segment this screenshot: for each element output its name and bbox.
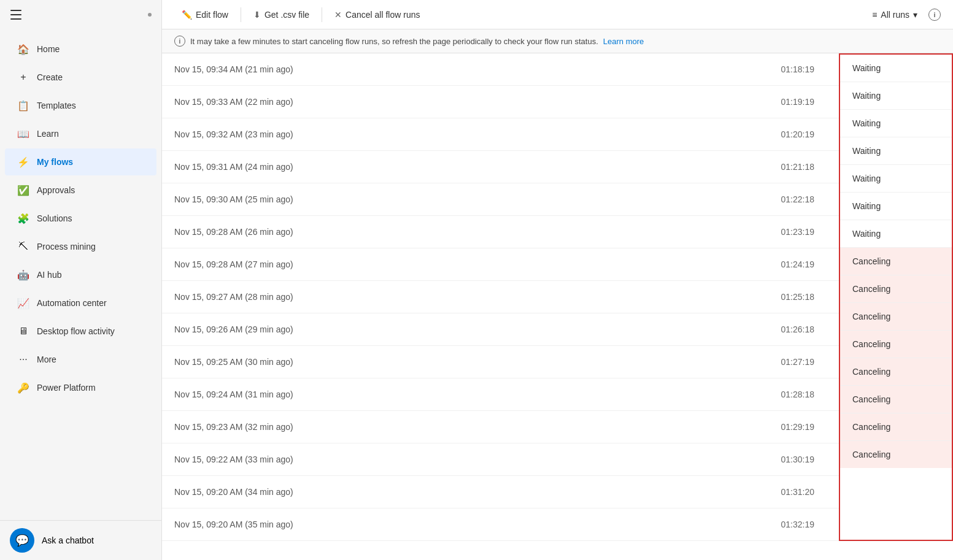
sidebar-item-ai-hub[interactable]: 🤖 AI hub [5, 261, 156, 288]
status-cell: Canceling [840, 303, 952, 331]
table-row[interactable]: Nov 15, 09:28 AM (26 min ago)01:23:19 [162, 216, 839, 248]
sidebar-item-label-automation-center: Automation center [37, 298, 107, 308]
run-duration: 01:28:18 [616, 378, 839, 411]
table-row[interactable]: Nov 15, 09:20 AM (35 min ago)01:32:19 [162, 508, 839, 541]
table-row[interactable]: Nov 15, 09:30 AM (25 min ago)01:22:18 [162, 183, 839, 216]
sidebar-item-label-my-flows: My flows [37, 157, 73, 167]
run-date: Nov 15, 09:28 AM (26 min ago) [162, 216, 616, 248]
run-duration: 01:19:19 [616, 86, 839, 118]
run-duration: 01:32:19 [616, 508, 839, 541]
sidebar-item-label-process-mining: Process mining [37, 242, 96, 251]
learn-more-link[interactable]: Learn more [603, 37, 644, 46]
run-duration: 01:20:19 [616, 118, 839, 151]
table-row[interactable]: Nov 15, 09:28 AM (27 min ago)01:24:19 [162, 248, 839, 281]
run-date: Nov 15, 09:33 AM (22 min ago) [162, 86, 616, 118]
cancel-icon: ✕ [334, 10, 342, 20]
run-duration: 01:21:18 [616, 151, 839, 183]
table-row[interactable]: Nov 15, 09:24 AM (31 min ago)01:28:18 [162, 378, 839, 411]
run-date: Nov 15, 09:34 AM (21 min ago) [162, 53, 616, 86]
sidebar-item-approvals[interactable]: ✅ Approvals [5, 177, 156, 204]
run-duration: 01:27:19 [616, 346, 839, 378]
sidebar-item-label-ai-hub: AI hub [37, 270, 61, 280]
table-row[interactable]: Nov 15, 09:26 AM (29 min ago)01:26:18 [162, 313, 839, 346]
my-flows-icon: ⚡ [17, 156, 29, 168]
info-icon[interactable]: i [928, 9, 941, 21]
sidebar-item-solutions[interactable]: 🧩 Solutions [5, 205, 156, 232]
status-cell: Waiting [840, 110, 952, 137]
status-cell: Canceling [840, 331, 952, 358]
edit-flow-label: Edit flow [196, 10, 228, 20]
table-row[interactable]: Nov 15, 09:34 AM (21 min ago)01:18:19 [162, 53, 839, 86]
run-date: Nov 15, 09:26 AM (29 min ago) [162, 313, 616, 346]
chatbot-label: Ask a chatbot [42, 535, 94, 545]
run-date: Nov 15, 09:25 AM (30 min ago) [162, 346, 616, 378]
info-banner: i It may take a few minutes to start can… [162, 29, 953, 53]
process-mining-icon: ⛏ [17, 240, 29, 253]
run-date: Nov 15, 09:30 AM (25 min ago) [162, 183, 616, 216]
table-row[interactable]: Nov 15, 09:27 AM (28 min ago)01:25:18 [162, 281, 839, 313]
sidebar-item-create[interactable]: + Create [5, 64, 156, 91]
status-cell: Waiting [840, 220, 952, 248]
status-cell: Canceling [840, 275, 952, 303]
get-csv-button[interactable]: ⬇ Get .csv file [246, 6, 317, 23]
run-date: Nov 15, 09:27 AM (28 min ago) [162, 281, 616, 313]
create-icon: + [17, 71, 29, 83]
sidebar-item-label-home: Home [37, 44, 60, 54]
status-cell: Waiting [840, 55, 952, 82]
table-row[interactable]: Nov 15, 09:33 AM (22 min ago)01:19:19 [162, 86, 839, 118]
table-row[interactable]: Nov 15, 09:32 AM (23 min ago)01:20:19 [162, 118, 839, 151]
sidebar-item-templates[interactable]: 📋 Templates [5, 92, 156, 119]
table-row[interactable]: Nov 15, 09:25 AM (30 min ago)01:27:19 [162, 346, 839, 378]
sidebar: 🏠 Home + Create 📋 Templates 📖 Learn ⚡ My… [0, 0, 162, 560]
table-row[interactable]: Nov 15, 09:22 AM (33 min ago)01:30:19 [162, 443, 839, 476]
sidebar-item-process-mining[interactable]: ⛏ Process mining [5, 233, 156, 260]
toolbar-separator-2 [322, 7, 322, 22]
table-left: Nov 15, 09:34 AM (21 min ago)01:18:19Nov… [162, 53, 839, 541]
sidebar-item-automation-center[interactable]: 📈 Automation center [5, 290, 156, 316]
main-content: ✏️ Edit flow ⬇ Get .csv file ✕ Cancel al… [162, 0, 953, 560]
sidebar-item-label-approvals: Approvals [37, 185, 75, 195]
status-cell: Canceling [840, 386, 952, 413]
sidebar-item-power-platform[interactable]: 🔑Power Platform [5, 374, 156, 401]
table-row[interactable]: Nov 15, 09:31 AM (24 min ago)01:21:18 [162, 151, 839, 183]
run-duration: 01:26:18 [616, 313, 839, 346]
sidebar-nav: 🏠 Home + Create 📋 Templates 📖 Learn ⚡ My… [0, 29, 161, 520]
sidebar-item-label-solutions: Solutions [37, 213, 72, 223]
sidebar-header [0, 0, 161, 29]
edit-flow-button[interactable]: ✏️ Edit flow [174, 6, 236, 23]
status-cell: Waiting [840, 193, 952, 220]
desktop-flow-activity-icon: 🖥 [17, 325, 29, 337]
sidebar-item-home[interactable]: 🏠 Home [5, 36, 156, 63]
sidebar-item-my-flows[interactable]: ⚡ My flows [5, 148, 156, 175]
run-duration: 01:24:19 [616, 248, 839, 281]
status-cell: Waiting [840, 165, 952, 193]
sidebar-item-more[interactable]: ··· More [5, 346, 156, 373]
more-icon: ··· [17, 353, 29, 366]
sidebar-item-label-templates: Templates [37, 101, 76, 110]
sidebar-item-desktop-flow-activity[interactable]: 🖥 Desktop flow activity [5, 318, 156, 345]
hamburger-menu-icon[interactable] [10, 9, 22, 21]
chevron-down-icon: ▾ [913, 10, 917, 20]
all-runs-button[interactable]: ≡ All runs ▾ [866, 6, 924, 23]
solutions-icon: 🧩 [17, 212, 29, 224]
status-cell: Canceling [840, 441, 952, 468]
sidebar-item-label-learn: Learn [37, 129, 59, 139]
status-cell: Canceling [840, 413, 952, 441]
table-row[interactable]: Nov 15, 09:20 AM (34 min ago)01:31:20 [162, 476, 839, 508]
table-row[interactable]: Nov 15, 09:23 AM (32 min ago)01:29:19 [162, 411, 839, 443]
run-date: Nov 15, 09:22 AM (33 min ago) [162, 443, 616, 476]
run-date: Nov 15, 09:20 AM (34 min ago) [162, 476, 616, 508]
filter-icon: ≡ [872, 10, 877, 20]
templates-icon: 📋 [17, 99, 29, 112]
cancel-all-button[interactable]: ✕ Cancel all flow runs [327, 6, 427, 23]
run-duration: 01:30:19 [616, 443, 839, 476]
sidebar-item-learn[interactable]: 📖 Learn [5, 120, 156, 147]
home-icon: 🏠 [17, 43, 29, 55]
chatbot-button[interactable]: 💬 [10, 528, 34, 553]
ai-hub-icon: 🤖 [17, 269, 29, 281]
banner-text: It may take a few minutes to start cance… [190, 37, 598, 46]
automation-center-icon: 📈 [17, 297, 29, 309]
banner-info-icon: i [174, 36, 185, 47]
run-duration: 01:29:19 [616, 411, 839, 443]
learn-icon: 📖 [17, 128, 29, 140]
